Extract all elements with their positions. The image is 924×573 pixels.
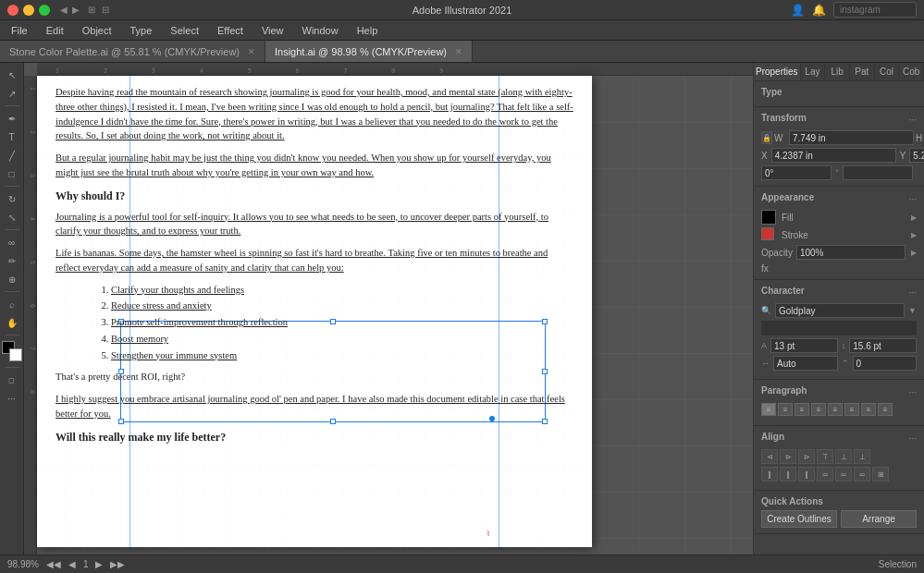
ruler-mark: 7 (343, 67, 347, 75)
align-justify-last-left-btn[interactable]: ≡ (828, 403, 843, 416)
more-tools[interactable]: ··· (3, 390, 21, 407)
selection-tool[interactable]: ↖ (3, 67, 21, 83)
page-next[interactable]: ▶ (95, 559, 103, 569)
font-style-bar[interactable] (761, 321, 917, 335)
align-justify-btn[interactable]: ≡ (811, 403, 826, 416)
menu-effect[interactable]: Effect (214, 23, 247, 38)
panel-tab-col[interactable]: Col (875, 63, 900, 80)
type-tool[interactable]: T (3, 128, 21, 145)
kerning-field[interactable] (853, 356, 918, 371)
font-name-field[interactable] (775, 303, 905, 318)
transform-more[interactable]: ··· (909, 115, 917, 125)
scale-tool[interactable]: ⤡ (3, 209, 21, 226)
menu-help[interactable]: Help (353, 23, 382, 38)
align-left-obj-btn[interactable]: ⊲ (761, 449, 778, 464)
rotate-tool[interactable]: ↻ (3, 190, 21, 207)
panel-tab-lay[interactable]: Lay (801, 63, 826, 80)
menu-object[interactable]: Object (79, 23, 116, 38)
user-icon[interactable]: 👤 (791, 4, 805, 17)
y-label: Y (900, 151, 906, 161)
opacity-field[interactable] (796, 245, 906, 260)
align-center-btn[interactable]: ≡ (778, 403, 793, 416)
align-center-v-btn[interactable]: ⊥ (835, 449, 852, 464)
menu-type[interactable]: Type (127, 23, 156, 38)
align-right-btn[interactable]: ≡ (795, 403, 809, 416)
pen-tool[interactable]: ✒ (3, 110, 21, 127)
align-left-btn[interactable]: ≡ (761, 403, 776, 416)
align-justify-last-center-btn[interactable]: ≡ (844, 403, 859, 416)
canvas-area[interactable]: 1 2 3 4 5 6 7 8 9 1 2 3 4 5 6 7 8 (24, 63, 753, 555)
panel-tab-pat[interactable]: Pat (850, 63, 875, 80)
tracking-field[interactable] (773, 356, 838, 371)
menu-select[interactable]: Select (166, 23, 203, 38)
hand-tool[interactable]: ✋ (3, 314, 21, 331)
rect-tool[interactable]: □ (3, 165, 21, 182)
shear-field[interactable] (843, 165, 913, 180)
distribute-top-btn[interactable]: ═ (817, 467, 833, 482)
character-more[interactable]: ··· (909, 287, 917, 298)
document-canvas[interactable]: ⌇ Despite having read the mountain of re… (37, 76, 592, 547)
status-left: 98.98% ◀◀ ◀ 1 ▶ ▶▶ (7, 559, 125, 569)
measure-tool[interactable]: ⊕ (3, 271, 21, 287)
font-chevron[interactable]: ▼ (908, 306, 917, 315)
fx-label[interactable]: fx (761, 263, 769, 274)
draw-mode-tool[interactable]: ◻ (3, 372, 21, 388)
fill-swatch[interactable] (761, 210, 776, 225)
maximize-button[interactable] (39, 5, 50, 16)
appearance-more[interactable]: ··· (909, 194, 917, 204)
align-bottom-btn[interactable]: ⊥ (854, 449, 870, 464)
panel-tab-lib[interactable]: Lib (825, 63, 850, 80)
paragraph-title: Paragraph (761, 385, 807, 396)
nav-forward[interactable]: ▶ (72, 5, 80, 15)
distribute-bottom-btn[interactable]: ═ (854, 467, 870, 482)
nav-back[interactable]: ◀ (60, 5, 68, 15)
menu-window[interactable]: Window (299, 23, 342, 38)
align-more[interactable]: ··· (909, 433, 917, 444)
w-field[interactable] (789, 130, 914, 145)
distribute-right-btn[interactable]: ‖ (798, 467, 815, 482)
blend-tool[interactable]: ∞ (3, 234, 21, 250)
distribute-center-h-btn[interactable]: ‖ (780, 467, 796, 482)
transform-lock-icon[interactable]: 🔒 (761, 131, 772, 144)
titlebar-right: 👤 🔔 (791, 2, 917, 18)
distribute-center-v-btn[interactable]: ═ (835, 467, 852, 482)
distribute-left-btn[interactable]: ‖ (761, 467, 778, 482)
x-field[interactable] (771, 148, 896, 163)
paragraph-more[interactable]: ··· (909, 387, 917, 397)
align-right-obj-btn[interactable]: ⊳ (798, 449, 815, 464)
eyedrop-tool[interactable]: ✏ (3, 252, 21, 269)
paragraph-align-row: ≡ ≡ ≡ ≡ ≡ ≡ ≡ ≡ (761, 403, 917, 416)
menu-file[interactable]: File (7, 23, 31, 38)
align-top-btn[interactable]: ⊤ (817, 449, 833, 464)
angle-field[interactable] (761, 165, 832, 180)
menu-edit[interactable]: Edit (43, 23, 68, 38)
arrange-button[interactable]: Arrange (841, 510, 917, 528)
tab-insight[interactable]: Insight.ai @ 98.98 % (CMYK/Preview) ✕ (265, 41, 473, 62)
leading-field[interactable] (849, 338, 917, 353)
direct-select-tool[interactable]: ↗ (3, 85, 21, 102)
font-size-field[interactable] (770, 338, 838, 353)
fill-stroke-control[interactable] (2, 341, 22, 361)
tab-stone-close[interactable]: ✕ (248, 47, 255, 56)
y-field[interactable] (909, 148, 924, 163)
distribute-spacing-btn[interactable]: ⊞ (872, 467, 889, 482)
search-input[interactable] (833, 2, 917, 18)
window-icon: ⊞ (88, 5, 95, 15)
tab-insight-close[interactable]: ✕ (455, 47, 462, 56)
line-tool[interactable]: ╱ (3, 147, 21, 164)
panel-tab-cob[interactable]: Cob (899, 63, 924, 80)
align-justify-all-btn[interactable]: ≡ (878, 403, 893, 416)
menu-view[interactable]: View (258, 23, 288, 38)
minimize-button[interactable] (23, 5, 34, 16)
page-nav-end[interactable]: ▶▶ (110, 559, 125, 569)
close-button[interactable] (7, 5, 18, 16)
align-justify-last-right-btn[interactable]: ≡ (861, 403, 876, 416)
notifications-icon[interactable]: 🔔 (812, 4, 826, 17)
create-outlines-button[interactable]: Create Outlines (761, 510, 837, 528)
tab-stone[interactable]: Stone Color Palette.ai @ 55.81 % (CMYK/P… (0, 41, 265, 62)
zoom-tool[interactable]: ⌕ (3, 296, 21, 312)
align-center-h-btn[interactable]: ⊳ (780, 449, 796, 464)
panel-tab-properties[interactable]: Properties (754, 63, 801, 80)
stroke-icon[interactable] (761, 227, 776, 242)
page-prev[interactable]: ◀ (68, 559, 76, 569)
